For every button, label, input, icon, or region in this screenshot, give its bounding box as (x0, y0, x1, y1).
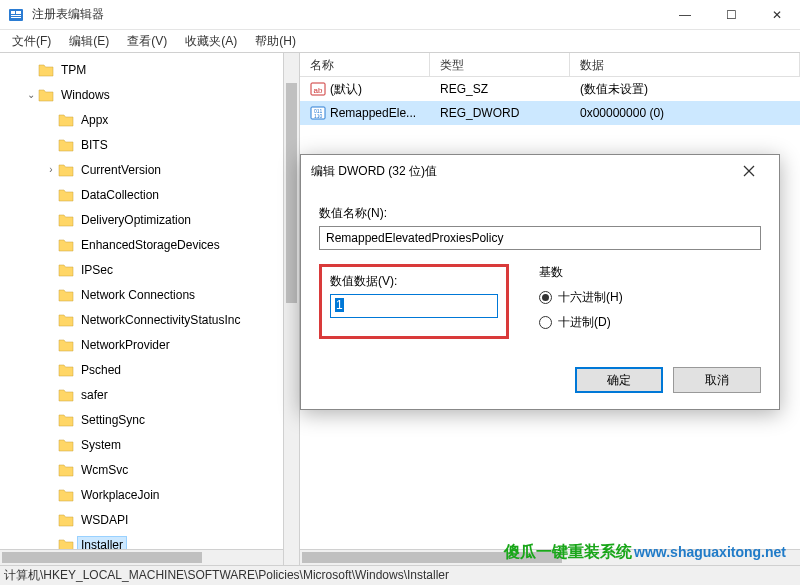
tree-scrollbar-h[interactable] (0, 549, 283, 565)
folder-icon (38, 63, 54, 77)
menu-view[interactable]: 查看(V) (119, 31, 175, 52)
svg-rect-1 (11, 11, 15, 14)
list-row[interactable]: 011110RemappedEle...REG_DWORD0x00000000 … (300, 101, 800, 125)
folder-icon (58, 413, 74, 427)
folder-icon (58, 463, 74, 477)
tree-item[interactable]: EnhancedStorageDevices (0, 232, 299, 257)
tree-item-label: WSDAPI (78, 512, 131, 528)
folder-icon (58, 313, 74, 327)
folder-icon (58, 488, 74, 502)
tree-item[interactable]: DeliveryOptimization (0, 207, 299, 232)
folder-icon (58, 238, 74, 252)
list-header: 名称 类型 数据 (300, 53, 800, 77)
dword-value-icon: 011110 (310, 105, 326, 121)
menu-help[interactable]: 帮助(H) (247, 31, 304, 52)
tree-item[interactable]: BITS (0, 132, 299, 157)
tree-item[interactable]: Network Connections (0, 282, 299, 307)
edit-dword-dialog: 编辑 DWORD (32 位)值 数值名称(N): 数值数据(V): 1 基数 … (300, 154, 780, 410)
value-name-input[interactable] (319, 226, 761, 250)
dialog-body: 数值名称(N): 数值数据(V): 1 基数 十六进制(H) 十进制(D) 确定 (301, 187, 779, 409)
expander-icon[interactable]: › (44, 164, 58, 175)
tree-item[interactable]: Psched (0, 357, 299, 382)
dialog-close-button[interactable] (729, 155, 769, 187)
value-data: (数值未设置) (570, 79, 800, 100)
tree-item[interactable]: TPM (0, 57, 299, 82)
tree-item-label: CurrentVersion (78, 162, 164, 178)
tree-item[interactable]: WcmSvc (0, 457, 299, 482)
tree-item[interactable]: safer (0, 382, 299, 407)
tree-item[interactable]: SettingSync (0, 407, 299, 432)
base-label: 基数 (539, 264, 623, 281)
svg-rect-3 (11, 15, 21, 16)
tree-item-label: Windows (58, 87, 113, 103)
tree-item-label: WcmSvc (78, 462, 131, 478)
tree-item-label: Network Connections (78, 287, 198, 303)
tree-item-label: SettingSync (78, 412, 148, 428)
registry-tree[interactable]: TPM⌄WindowsAppxBITS›CurrentVersionDataCo… (0, 53, 299, 565)
tree-item[interactable]: Appx (0, 107, 299, 132)
tree-item[interactable]: ⌄Windows (0, 82, 299, 107)
cancel-button[interactable]: 取消 (673, 367, 761, 393)
minimize-button[interactable]: — (662, 0, 708, 30)
tree-item-label: Appx (78, 112, 111, 128)
expander-icon[interactable]: ⌄ (24, 89, 38, 100)
close-button[interactable]: ✕ (754, 0, 800, 30)
value-name: RemappedEle... (330, 106, 416, 120)
folder-icon (58, 213, 74, 227)
value-data-label: 数值数据(V): (330, 273, 498, 290)
value-name: (默认) (330, 81, 362, 98)
menu-favorites[interactable]: 收藏夹(A) (177, 31, 245, 52)
tree-scrollbar-v[interactable] (283, 53, 299, 565)
svg-text:ab: ab (314, 86, 323, 95)
maximize-button[interactable]: ☐ (708, 0, 754, 30)
folder-icon (38, 88, 54, 102)
folder-icon (58, 138, 74, 152)
tree-item-label: BITS (78, 137, 111, 153)
list-row[interactable]: ab(默认)REG_SZ(数值未设置) (300, 77, 800, 101)
folder-icon (58, 113, 74, 127)
list-body[interactable]: ab(默认)REG_SZ(数值未设置)011110RemappedEle...R… (300, 77, 800, 125)
tree-item[interactable]: NetworkProvider (0, 332, 299, 357)
folder-icon (58, 363, 74, 377)
svg-text:110: 110 (314, 113, 323, 119)
tree-item[interactable]: DataCollection (0, 182, 299, 207)
menu-edit[interactable]: 编辑(E) (61, 31, 117, 52)
menu-file[interactable]: 文件(F) (4, 31, 59, 52)
tree-item[interactable]: NetworkConnectivityStatusInc (0, 307, 299, 332)
svg-rect-4 (11, 17, 21, 18)
base-group: 基数 十六进制(H) 十进制(D) (539, 264, 623, 339)
tree-item[interactable]: System (0, 432, 299, 457)
tree-item[interactable]: WSDAPI (0, 507, 299, 532)
tree-item-label: NetworkProvider (78, 337, 173, 353)
dialog-titlebar: 编辑 DWORD (32 位)值 (301, 155, 779, 187)
window-title: 注册表编辑器 (32, 6, 662, 23)
tree-item-label: Psched (78, 362, 124, 378)
tree-item[interactable]: ›CurrentVersion (0, 157, 299, 182)
tree-item[interactable]: WorkplaceJoin (0, 482, 299, 507)
tree-panel: TPM⌄WindowsAppxBITS›CurrentVersionDataCo… (0, 53, 300, 565)
statusbar: 计算机\HKEY_LOCAL_MACHINE\SOFTWARE\Policies… (0, 565, 800, 585)
ok-button[interactable]: 确定 (575, 367, 663, 393)
col-data[interactable]: 数据 (570, 53, 800, 76)
value-data-highlight: 数值数据(V): 1 (319, 264, 509, 339)
folder-icon (58, 263, 74, 277)
value-data-input[interactable]: 1 (330, 294, 498, 318)
watermark: 傻瓜一键重装系统 www.shaguaxitong.net (504, 542, 786, 563)
radio-icon (539, 316, 552, 329)
tree-item-label: IPSec (78, 262, 116, 278)
tree-item-label: WorkplaceJoin (78, 487, 162, 503)
folder-icon (58, 338, 74, 352)
app-icon (8, 7, 24, 23)
folder-icon (58, 513, 74, 527)
tree-item-label: DeliveryOptimization (78, 212, 194, 228)
col-name[interactable]: 名称 (300, 53, 430, 76)
folder-icon (58, 188, 74, 202)
tree-item-label: safer (78, 387, 111, 403)
col-type[interactable]: 类型 (430, 53, 570, 76)
tree-item-label: TPM (58, 62, 89, 78)
radio-hex[interactable]: 十六进制(H) (539, 289, 623, 306)
tree-item[interactable]: IPSec (0, 257, 299, 282)
radio-dec[interactable]: 十进制(D) (539, 314, 623, 331)
value-name-label: 数值名称(N): (319, 205, 761, 222)
tree-item-label: System (78, 437, 124, 453)
